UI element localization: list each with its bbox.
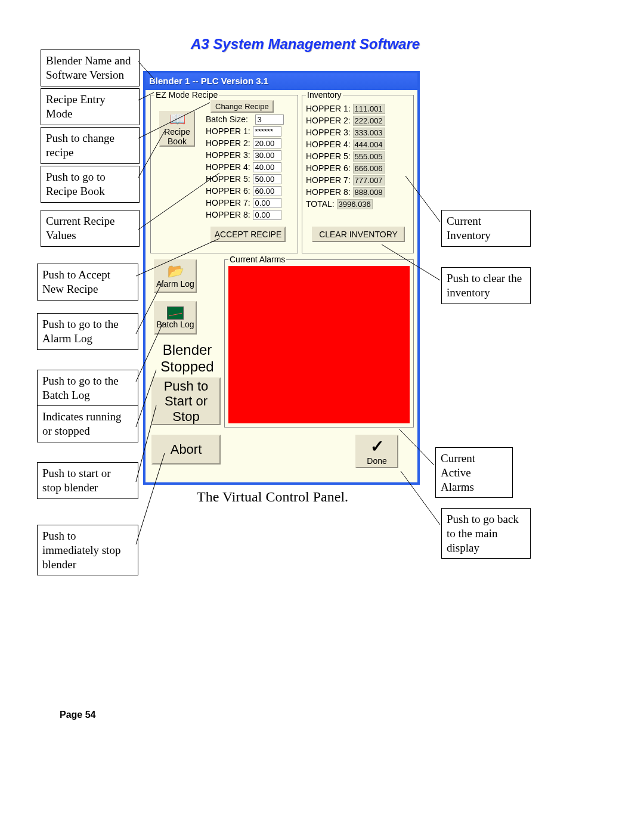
inv-value: 666.006	[353, 163, 385, 174]
start-stop-button[interactable]: Push to Start or Stop	[151, 377, 221, 425]
done-label: Done	[367, 456, 386, 466]
alarms-legend: Current Alarms	[228, 255, 286, 264]
inv-label: HOPPER 1:	[306, 104, 351, 113]
inv-value: 444.004	[353, 140, 385, 150]
inv-value: 3996.036	[337, 199, 373, 209]
recipe-value[interactable]: 50.00	[253, 174, 281, 184]
doc-header: A3 System Management Software	[191, 36, 420, 52]
inv-value: 333.003	[353, 128, 385, 138]
accept-recipe-button[interactable]: ACCEPT RECIPE	[210, 227, 286, 242]
book-icon: 📖	[169, 112, 185, 126]
batch-size-value[interactable]: 3	[255, 114, 284, 125]
recipe-value[interactable]: 30.00	[253, 150, 281, 160]
inv-label: TOTAL:	[306, 199, 335, 209]
inv-label: HOPPER 2:	[306, 116, 351, 125]
recipe-label: HOPPER 2:	[206, 138, 250, 148]
alarm-log-button[interactable]: 📂 Alarm Log	[154, 259, 197, 293]
recipe-value[interactable]: 60.00	[253, 186, 281, 196]
callout-push-abort: Push to immediately stop blender	[37, 525, 138, 575]
callout-push-batch: Push to go to the Batch Log	[37, 370, 138, 407]
folder-icon: 📂	[168, 264, 184, 278]
batch-log-button[interactable]: Batch Log	[154, 301, 197, 335]
inventory-fieldset: Inventory HOPPER 1: 111.001 HOPPER 2: 22…	[302, 95, 414, 253]
inv-value: 111.001	[353, 104, 385, 114]
recipe-label: HOPPER 7:	[206, 198, 250, 208]
graph-icon	[167, 306, 184, 320]
callout-push-start: Push to start or stop blender	[37, 462, 138, 499]
callout-blender-name: Blender Name and Software Version	[41, 49, 140, 86]
recipe-value[interactable]: ******	[253, 126, 281, 137]
recipe-label: HOPPER 4:	[206, 162, 250, 172]
callout-push-alarm: Push to go to the Alarm Log	[37, 313, 138, 350]
recipe-label: HOPPER 6:	[206, 186, 250, 196]
inv-value: 888.008	[353, 187, 385, 197]
inv-label: HOPPER 4:	[306, 140, 351, 149]
inv-value: 777.007	[353, 175, 385, 185]
blender-status: Blender Stopped	[155, 342, 219, 374]
inv-value: 555.005	[353, 151, 385, 162]
recipe-label: HOPPER 1:	[206, 126, 250, 136]
page-number: Page 54	[60, 710, 95, 720]
alarm-panel	[228, 266, 410, 423]
callout-active-alarms: Current Active Alarms	[435, 447, 513, 498]
done-button[interactable]: ✓ Done	[355, 435, 398, 468]
titlebar: Blender 1 -- PLC Version 3.1	[145, 73, 417, 90]
callout-current-inventory: Current Inventory	[441, 210, 531, 247]
inv-label: HOPPER 6:	[306, 163, 351, 173]
ez-mode-fieldset: EZ Mode Recipe Change Recipe 📖 Recipe Bo…	[150, 95, 298, 253]
callout-push-clear: Push to clear the inventory	[441, 267, 531, 304]
callout-push-done: Push to go back to the main display	[441, 508, 531, 559]
recipe-label: HOPPER 5:	[206, 174, 250, 184]
callout-indicates: Indicates running or stopped	[37, 405, 138, 442]
recipe-book-button[interactable]: 📖 Recipe Book	[159, 111, 195, 147]
inv-label: HOPPER 8:	[306, 187, 351, 197]
ez-mode-legend: EZ Mode Recipe	[154, 90, 219, 100]
recipe-value[interactable]: 0.00	[253, 210, 281, 220]
change-recipe-button[interactable]: Change Recipe	[210, 100, 274, 113]
batch-size-label: Batch Size:	[206, 114, 248, 124]
batch-log-label: Batch Log	[156, 320, 194, 329]
callout-push-recipe-book: Push to go to Recipe Book	[41, 166, 140, 203]
inv-value: 222.002	[353, 116, 385, 126]
callout-current-recipe: Current Recipe Values	[41, 210, 140, 247]
recipe-label: HOPPER 3:	[206, 150, 250, 160]
recipe-book-label: Recipe Book	[164, 127, 190, 146]
clear-inventory-button[interactable]: CLEAR INVENTORY	[312, 227, 405, 242]
alarm-log-label: Alarm Log	[156, 279, 194, 289]
figure-caption: The Virtual Control Panel.	[197, 489, 348, 505]
alarms-fieldset: Current Alarms	[224, 259, 414, 428]
vcp-window: Blender 1 -- PLC Version 3.1 EZ Mode Rec…	[143, 71, 420, 485]
inventory-legend: Inventory	[306, 90, 343, 100]
recipe-value[interactable]: 20.00	[253, 138, 281, 148]
inv-label: HOPPER 5:	[306, 151, 351, 161]
check-icon: ✓	[370, 437, 384, 456]
recipe-value[interactable]: 0.00	[253, 198, 281, 208]
recipe-value[interactable]: 40.00	[253, 162, 281, 172]
recipe-label: HOPPER 8:	[206, 210, 250, 219]
inv-label: HOPPER 3:	[306, 128, 351, 137]
abort-button[interactable]: Abort	[151, 435, 221, 465]
callout-push-change: Push to change recipe	[41, 127, 140, 164]
callout-push-accept: Push to Accept New Recipe	[37, 264, 138, 301]
callout-recipe-entry: Recipe Entry Mode	[41, 88, 140, 125]
inv-label: HOPPER 7:	[306, 175, 351, 185]
